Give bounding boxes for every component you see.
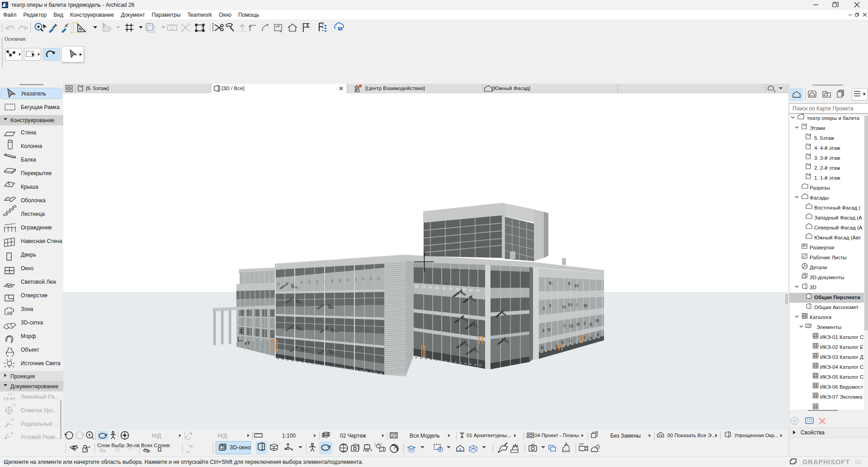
- svg-text:1.2: 1.2: [10, 418, 14, 421]
- svg-text:GRAPHISOFT: GRAPHISOFT: [802, 458, 850, 466]
- svg-text:xY: xY: [245, 340, 251, 346]
- svg-text:XY: XY: [104, 28, 109, 32]
- svg-text:1.2: 1.2: [12, 403, 16, 406]
- svg-text:12: 12: [170, 27, 174, 31]
- svg-text:α: α: [11, 431, 14, 435]
- svg-text:ID: ID: [855, 458, 862, 466]
- svg-text:1.2: 1.2: [8, 392, 13, 396]
- svg-text:z: z: [240, 328, 242, 334]
